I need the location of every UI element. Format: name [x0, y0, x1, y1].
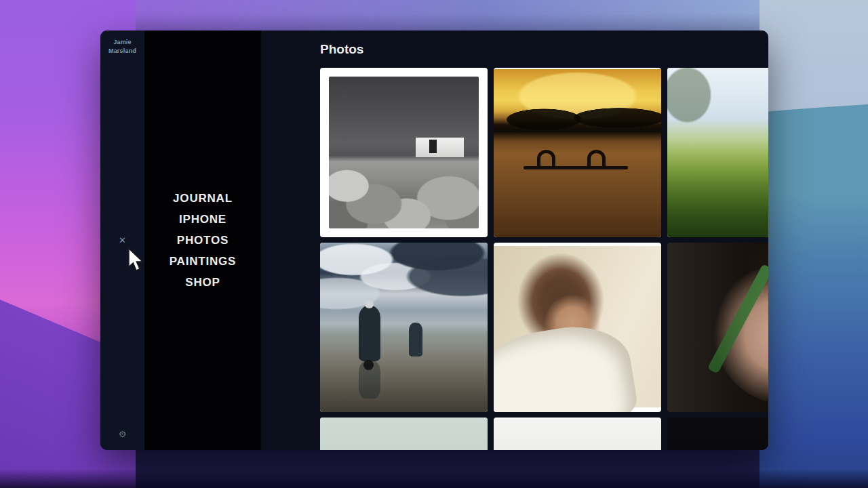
photo-card-misty-sky[interactable] — [320, 418, 488, 450]
photo-image — [494, 246, 661, 407]
photo-card-framed-bw-building[interactable] — [320, 68, 488, 237]
nav-item-journal[interactable]: JOURNAL — [144, 188, 261, 209]
portfolio-window: Jamie Marsland ✕ ⚙ JOURNAL IPHONE PHOTOS… — [100, 30, 768, 450]
photo-image — [494, 419, 661, 450]
photos-page: Photos — [261, 30, 768, 450]
photo-card-cloudscape[interactable] — [494, 418, 661, 450]
photo-image — [667, 243, 768, 412]
photo-art-figure — [537, 150, 555, 167]
photo-image — [329, 77, 479, 228]
site-owner-name[interactable]: Jamie Marsland — [100, 38, 144, 56]
photo-image — [320, 418, 488, 450]
photo-image — [320, 243, 488, 412]
photo-card-lake-sunset[interactable] — [494, 68, 661, 237]
photo-art-adult-figure — [359, 306, 380, 362]
wallpaper-blue-region — [760, 0, 868, 488]
photo-card-face-paint-girl[interactable] — [667, 243, 768, 412]
owner-last-name: Marsland — [100, 47, 144, 56]
photo-image — [667, 418, 768, 450]
settings-gear-icon[interactable]: ⚙ — [119, 430, 127, 439]
nav-item-photos[interactable]: PHOTOS — [144, 230, 261, 251]
nav-item-iphone[interactable]: IPHONE — [144, 209, 261, 230]
owner-first-name: Jamie — [100, 38, 144, 47]
wallpaper-bottom-vignette — [0, 469, 868, 488]
photo-art-figure — [587, 150, 606, 167]
photo-card-green-meadow[interactable] — [667, 68, 768, 237]
photo-art-child-figure — [409, 323, 422, 357]
nav-item-paintings[interactable]: PAINTINGS — [144, 251, 261, 272]
photo-image — [494, 69, 661, 237]
sidebar-nav: JOURNAL IPHONE PHOTOS PAINTINGS SHOP — [144, 30, 261, 450]
photo-card-beach-walk[interactable] — [320, 243, 488, 412]
photo-image — [667, 68, 768, 237]
page-title: Photos — [320, 42, 363, 57]
photo-card-dark[interactable] — [667, 418, 768, 450]
photo-art-reflection — [359, 361, 380, 399]
close-menu-icon[interactable]: ✕ — [119, 236, 126, 245]
photo-art-head — [365, 300, 374, 308]
photo-art-door — [429, 140, 437, 153]
photo-card-toddler-blanket[interactable] — [494, 243, 661, 412]
photo-grid — [320, 68, 768, 450]
wallpaper-blue-curve — [760, 98, 868, 488]
photo-art-building — [416, 138, 464, 157]
photo-art-blanket — [494, 318, 639, 412]
left-rail: Jamie Marsland ✕ ⚙ — [100, 30, 144, 450]
nav-item-shop[interactable]: SHOP — [144, 272, 261, 293]
